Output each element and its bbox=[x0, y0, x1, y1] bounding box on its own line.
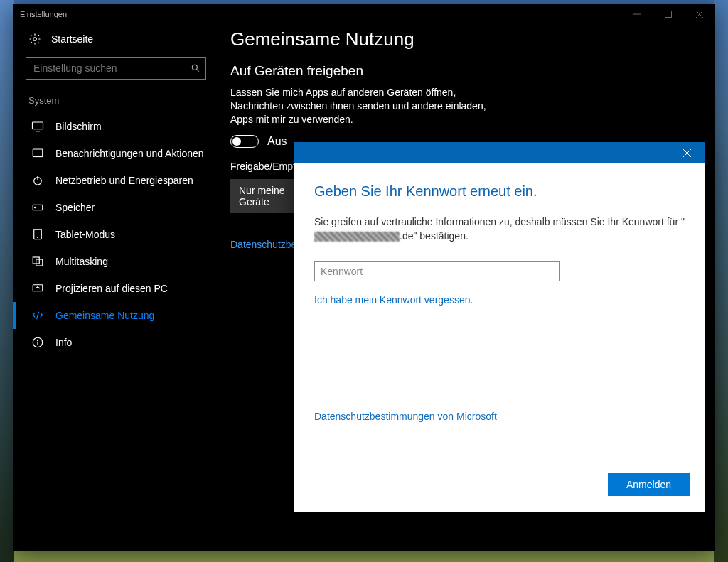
search-icon bbox=[191, 63, 200, 73]
section-label: System bbox=[13, 95, 219, 113]
dialog-info-suffix: .de" bestätigen. bbox=[400, 230, 469, 242]
dialog-titlebar bbox=[294, 142, 705, 163]
dialog-close-button[interactable] bbox=[673, 142, 701, 163]
sidebar-item-label: Info bbox=[55, 337, 72, 348]
minimize-button[interactable] bbox=[621, 4, 653, 24]
notification-icon bbox=[31, 147, 44, 160]
sidebar-item-about[interactable]: Info bbox=[13, 329, 219, 356]
svg-point-22 bbox=[37, 340, 38, 340]
multitask-icon bbox=[31, 255, 44, 268]
sidebar-item-label: Gemeinsame Nutzung bbox=[55, 310, 154, 321]
sidebar: Startseite System Bildschirm bbox=[13, 24, 219, 551]
svg-rect-19 bbox=[33, 285, 43, 291]
svg-line-6 bbox=[196, 69, 198, 71]
sidebar-item-label: Tablet-Modus bbox=[55, 229, 115, 240]
redacted-account bbox=[314, 232, 400, 242]
window-title: Einstellungen bbox=[20, 10, 67, 18]
close-button[interactable] bbox=[684, 4, 715, 24]
sidebar-item-label: Benachrichtigungen und Aktionen bbox=[55, 148, 204, 159]
sidebar-item-notifications[interactable]: Benachrichtigungen und Aktionen bbox=[13, 140, 219, 167]
gear-icon bbox=[28, 33, 41, 45]
sidebar-item-label: Projizieren auf diesen PC bbox=[55, 283, 168, 294]
svg-point-14 bbox=[35, 207, 36, 208]
tablet-icon bbox=[31, 228, 44, 241]
credential-dialog: Geben Sie Ihr Kennwort erneut ein. Sie g… bbox=[294, 142, 705, 512]
info-icon bbox=[31, 336, 44, 349]
sidebar-item-shared-experiences[interactable]: Gemeinsame Nutzung bbox=[13, 302, 219, 329]
sidebar-item-projecting[interactable]: Projizieren auf diesen PC bbox=[13, 275, 219, 302]
password-input[interactable] bbox=[314, 261, 560, 281]
sidebar-item-display[interactable]: Bildschirm bbox=[13, 113, 219, 140]
page-description: Lassen Sie mich Apps auf anderen Geräten… bbox=[230, 86, 493, 126]
forgot-password-link[interactable]: Ich habe mein Kennwort vergessen. bbox=[314, 294, 685, 306]
titlebar: Einstellungen bbox=[13, 4, 715, 24]
monitor-icon bbox=[31, 120, 44, 133]
maximize-button[interactable] bbox=[653, 4, 684, 24]
page-title: Gemeinsame Nutzung bbox=[230, 28, 673, 50]
dialog-info: Sie greifen auf vertrauliche Information… bbox=[314, 215, 685, 243]
sidebar-item-label: Netzbetrieb und Energiesparen bbox=[55, 175, 193, 186]
share-toggle[interactable] bbox=[230, 135, 259, 148]
dialog-heading: Geben Sie Ihr Kennwort erneut ein. bbox=[314, 183, 685, 200]
share-icon bbox=[31, 309, 44, 322]
home-label: Startseite bbox=[51, 33, 93, 45]
svg-rect-9 bbox=[33, 149, 43, 157]
page-subtitle: Auf Geräten freigeben bbox=[230, 63, 673, 79]
project-icon bbox=[31, 282, 44, 295]
search-input[interactable] bbox=[26, 57, 206, 80]
storage-icon bbox=[31, 201, 44, 214]
sidebar-item-label: Bildschirm bbox=[55, 121, 102, 132]
svg-rect-1 bbox=[665, 11, 672, 18]
dialog-info-prefix: Sie greifen auf vertrauliche Information… bbox=[314, 216, 685, 227]
power-icon bbox=[31, 174, 44, 187]
login-button[interactable]: Anmelden bbox=[608, 473, 690, 496]
sidebar-item-multitasking[interactable]: Multitasking bbox=[13, 248, 219, 275]
sidebar-item-power[interactable]: Netzbetrieb und Energiesparen bbox=[13, 167, 219, 194]
ms-privacy-link[interactable]: Datenschutzbestimmungen von Microsoft bbox=[314, 411, 497, 422]
sidebar-item-storage[interactable]: Speicher bbox=[13, 194, 219, 221]
home-row[interactable]: Startseite bbox=[13, 28, 219, 57]
toggle-state-label: Aus bbox=[267, 135, 287, 148]
svg-point-5 bbox=[192, 65, 197, 70]
svg-point-4 bbox=[33, 38, 37, 41]
sidebar-item-tablet[interactable]: Tablet-Modus bbox=[13, 221, 219, 248]
sidebar-item-label: Multitasking bbox=[55, 256, 108, 267]
sidebar-item-label: Speicher bbox=[55, 202, 95, 213]
svg-rect-7 bbox=[33, 122, 43, 129]
